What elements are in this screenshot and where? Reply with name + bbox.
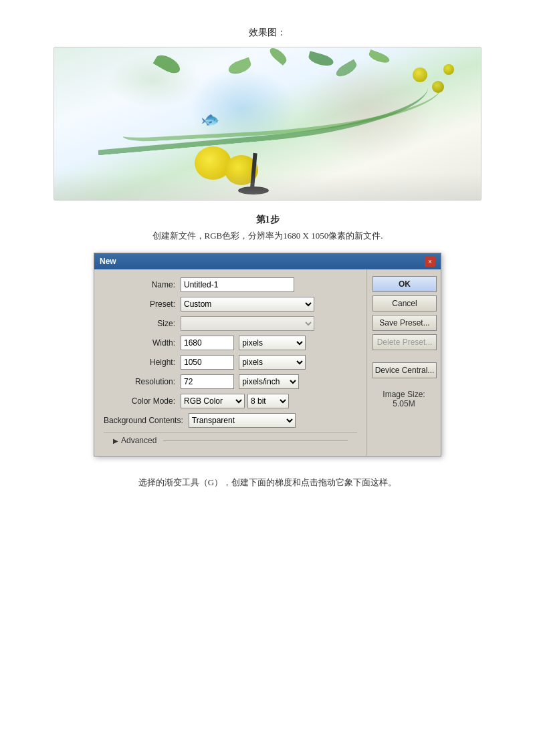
device-central-button[interactable]: Device Central... bbox=[372, 362, 437, 378]
name-row: Name: bbox=[104, 277, 357, 292]
bit-depth-select[interactable]: 8 bit 16 bit 32 bit bbox=[247, 394, 289, 408]
advanced-separator bbox=[163, 440, 348, 441]
effect-label: 效果图： bbox=[54, 27, 481, 39]
page-container: 效果图： 🐟 bbox=[0, 0, 535, 522]
resolution-row: Resolution: pixels/inch pixels/cm bbox=[104, 374, 357, 389]
advanced-arrow-icon: ▶ bbox=[113, 437, 118, 445]
width-row: Width: pixels inches cm bbox=[104, 336, 357, 350]
hero-fruit2 bbox=[432, 81, 444, 93]
image-size-label: Image Size: bbox=[372, 390, 435, 399]
color-mode-row: Color Mode: RGB Color Grayscale CMYK Col… bbox=[104, 394, 357, 408]
width-input[interactable] bbox=[181, 336, 234, 350]
delete-preset-button[interactable]: Delete Preset... bbox=[372, 334, 437, 350]
advanced-label: Advanced bbox=[121, 436, 156, 445]
step2-desc: 选择的渐变工具（G），创建下面的梯度和点击拖动它象下面这样。 bbox=[54, 477, 481, 489]
save-preset-button[interactable]: Save Preset... bbox=[372, 315, 437, 331]
color-mode-select[interactable]: RGB Color Grayscale CMYK Color bbox=[181, 394, 245, 408]
resolution-label: Resolution: bbox=[104, 377, 181, 386]
height-row: Height: pixels inches cm bbox=[104, 355, 357, 370]
preset-row: Preset: Custom Default Photoshop Size Le… bbox=[104, 297, 357, 311]
preset-label: Preset: bbox=[104, 299, 181, 309]
color-mode-label: Color Mode: bbox=[104, 396, 181, 406]
hero-fruit1 bbox=[413, 68, 427, 82]
dialog-main: Name: Preset: Custom Default Photoshop S… bbox=[94, 269, 367, 456]
cancel-button[interactable]: Cancel bbox=[372, 295, 437, 311]
image-size-section: Image Size: 5.05M bbox=[372, 390, 435, 408]
hero-fish: 🐟 bbox=[201, 111, 219, 128]
hero-bottom-gradient bbox=[54, 173, 481, 200]
dialog-sidebar: OK Cancel Save Preset... Delete Preset..… bbox=[367, 269, 441, 456]
image-size-value: 5.05M bbox=[372, 399, 435, 408]
resolution-unit-select[interactable]: pixels/inch pixels/cm bbox=[239, 374, 299, 389]
advanced-row[interactable]: ▶ Advanced bbox=[104, 432, 357, 448]
bg-contents-label: Background Contents: bbox=[104, 416, 189, 425]
size-select[interactable] bbox=[181, 316, 314, 331]
name-label: Name: bbox=[104, 280, 181, 289]
width-unit-select[interactable]: pixels inches cm bbox=[239, 336, 306, 350]
ps-new-dialog: New × Name: Preset: Custom Default Photo… bbox=[94, 253, 441, 457]
sidebar-spacer bbox=[372, 354, 435, 359]
step1-desc: 创建新文件，RGB色彩，分辨率为1680 X 1050像素的新文件. bbox=[54, 230, 481, 242]
preset-select[interactable]: Custom Default Photoshop Size Letter Leg… bbox=[181, 297, 314, 311]
resolution-input[interactable] bbox=[181, 374, 234, 389]
width-label: Width: bbox=[104, 338, 181, 348]
dialog-close-button[interactable]: × bbox=[425, 256, 435, 267]
step1-title: 第1步 bbox=[54, 214, 481, 226]
hero-image: 🐟 bbox=[54, 47, 481, 201]
color-mode-group: RGB Color Grayscale CMYK Color 8 bit 16 … bbox=[181, 394, 289, 408]
height-input[interactable] bbox=[181, 355, 234, 370]
size-label: Size: bbox=[104, 319, 181, 328]
height-unit-select[interactable]: pixels inches cm bbox=[239, 355, 306, 370]
name-input[interactable] bbox=[181, 277, 294, 292]
dialog-title: New bbox=[100, 257, 116, 266]
dialog-body: Name: Preset: Custom Default Photoshop S… bbox=[94, 269, 441, 456]
ok-button[interactable]: OK bbox=[372, 276, 437, 292]
dialog-titlebar: New × bbox=[94, 253, 441, 269]
hero-fruit3 bbox=[443, 64, 454, 75]
bg-contents-row: Background Contents: Transparent White B… bbox=[104, 413, 357, 428]
size-row: Size: bbox=[104, 316, 357, 331]
bg-contents-select[interactable]: Transparent White Background Color bbox=[189, 413, 296, 428]
height-label: Height: bbox=[104, 358, 181, 367]
